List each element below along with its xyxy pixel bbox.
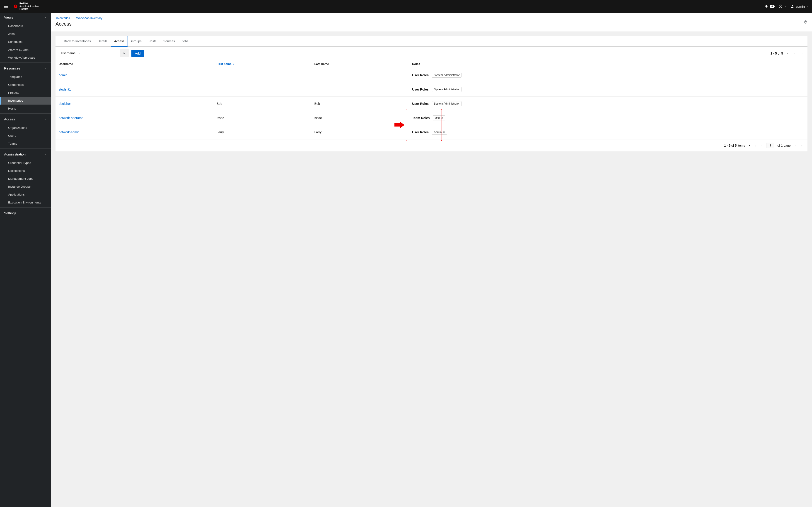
sidebar: Views DashboardJobsSchedulesActivity Str… bbox=[0, 13, 51, 507]
first-name-cell bbox=[213, 68, 311, 82]
tab-back-to-inventories[interactable]: Back to Inventories bbox=[58, 36, 94, 46]
username-link[interactable]: bbelcher bbox=[59, 102, 71, 106]
roles-cell: User RolesAdmin✕ bbox=[409, 125, 807, 139]
first-name-cell: Bob bbox=[213, 97, 311, 111]
sidebar-item-execution-environments[interactable]: Execution Environments bbox=[0, 199, 51, 207]
role-chip: Admin✕ bbox=[432, 130, 447, 135]
notifications-button[interactable]: 0 bbox=[765, 5, 775, 8]
username-link[interactable]: network-admin bbox=[59, 130, 80, 134]
username-link[interactable]: network-operator bbox=[59, 116, 83, 120]
breadcrumb-workshop-inventory[interactable]: Workshop Inventory bbox=[77, 16, 102, 20]
access-table: Username↕ First name↑ Last name↕ Roles a… bbox=[55, 60, 807, 139]
caret-left-icon bbox=[61, 40, 63, 42]
username-link[interactable]: admin bbox=[59, 73, 67, 77]
chevron-down-icon bbox=[45, 67, 47, 69]
pager-prev[interactable]: ‹ bbox=[760, 143, 763, 148]
sidebar-item-management-jobs[interactable]: Management Jobs bbox=[0, 175, 51, 183]
last-name-cell: Issac bbox=[311, 111, 409, 125]
history-icon[interactable] bbox=[803, 20, 807, 24]
toolbar-pagination: 1 - 5 of 5 bbox=[770, 51, 804, 56]
first-name-cell bbox=[213, 82, 311, 97]
sidebar-item-notifications[interactable]: Notifications bbox=[0, 167, 51, 175]
tab-jobs[interactable]: Jobs bbox=[178, 36, 192, 46]
role-chip: System Administrator bbox=[432, 101, 461, 106]
roles-cell: Team RolesUse✕ bbox=[409, 111, 807, 125]
remove-role-button[interactable]: ✕ bbox=[441, 117, 443, 119]
topbar: Red Hat Ansible Automation Platform 0 ? … bbox=[0, 0, 812, 13]
access-card: Back to Inventories DetailsAccessGroupsH… bbox=[55, 36, 807, 152]
table-row: network-adminLarryLarryUser RolesAdmin✕ bbox=[55, 125, 807, 139]
tab-sources[interactable]: Sources bbox=[160, 36, 178, 46]
pager-next[interactable] bbox=[800, 51, 804, 56]
nav-section-access[interactable]: Access bbox=[0, 115, 51, 124]
bell-icon bbox=[765, 5, 768, 8]
tab-access[interactable]: Access bbox=[111, 36, 128, 47]
pagination-range: 1 - 5 of 5 bbox=[770, 52, 783, 55]
table-row: adminUser RolesSystem Administrator bbox=[55, 68, 807, 82]
pager-first[interactable]: « bbox=[754, 143, 757, 148]
sidebar-item-hosts[interactable]: Hosts bbox=[0, 105, 51, 112]
help-menu[interactable]: ? bbox=[779, 5, 786, 8]
nav-section-resources[interactable]: Resources bbox=[0, 64, 51, 73]
pager-last[interactable]: » bbox=[800, 143, 803, 148]
notification-count-badge: 0 bbox=[770, 5, 775, 8]
breadcrumb: Inventories Workshop Inventory bbox=[55, 16, 807, 20]
caret-down-icon bbox=[806, 5, 808, 7]
sidebar-item-instance-groups[interactable]: Instance Groups bbox=[0, 183, 51, 190]
breadcrumb-inventories[interactable]: Inventories bbox=[55, 16, 70, 20]
page-title: Access bbox=[55, 21, 807, 27]
sidebar-item-inventories[interactable]: Inventories bbox=[0, 97, 51, 105]
page-number-input[interactable] bbox=[766, 143, 774, 148]
chevron-down-icon bbox=[45, 16, 47, 18]
role-chip: System Administrator bbox=[432, 87, 461, 92]
sidebar-item-dashboard[interactable]: Dashboard bbox=[0, 22, 51, 30]
role-group-label: User Roles bbox=[412, 73, 429, 77]
sidebar-item-teams[interactable]: Teams bbox=[0, 139, 51, 148]
sidebar-item-jobs[interactable]: Jobs bbox=[0, 30, 51, 38]
caret-down-icon[interactable] bbox=[748, 145, 751, 147]
sidebar-item-organizations[interactable]: Organizations bbox=[0, 124, 51, 132]
nav-section-administration[interactable]: Administration bbox=[0, 150, 51, 159]
sidebar-item-credential-types[interactable]: Credential Types bbox=[0, 159, 51, 167]
sidebar-item-templates[interactable]: Templates bbox=[0, 73, 51, 81]
main-content: Inventories Workshop Inventory Access Ba… bbox=[51, 13, 812, 507]
last-name-cell bbox=[311, 68, 409, 82]
chevron-down-icon bbox=[45, 118, 47, 120]
add-button[interactable]: Add bbox=[132, 50, 144, 57]
remove-role-button[interactable]: ✕ bbox=[443, 131, 445, 134]
sidebar-item-schedules[interactable]: Schedules bbox=[0, 38, 51, 46]
caret-down-icon[interactable] bbox=[786, 52, 789, 55]
bottom-range: 1 - 5 of 5 items bbox=[724, 144, 745, 147]
roles-cell: User RolesSystem Administrator bbox=[409, 82, 807, 97]
roles-cell: User RolesSystem Administrator bbox=[409, 68, 807, 82]
sidebar-item-workflow-approvals[interactable]: Workflow Approvals bbox=[0, 54, 51, 62]
svg-text:?: ? bbox=[780, 5, 781, 7]
col-last-name[interactable]: Last name↕ bbox=[311, 60, 409, 68]
sidebar-item-activity-stream[interactable]: Activity Stream bbox=[0, 46, 51, 54]
hamburger-menu-button[interactable] bbox=[4, 4, 9, 9]
sidebar-item-projects[interactable]: Projects bbox=[0, 89, 51, 97]
sidebar-item-users[interactable]: Users bbox=[0, 132, 51, 139]
tab-groups[interactable]: Groups bbox=[128, 36, 145, 46]
col-first-name[interactable]: First name↑ bbox=[213, 60, 311, 68]
username-link[interactable]: student1 bbox=[59, 88, 71, 91]
sidebar-item-credentials[interactable]: Credentials bbox=[0, 81, 51, 89]
filter-field-select[interactable]: Username bbox=[59, 50, 87, 57]
bottom-pagination: 1 - 5 of 5 items « ‹ of 1 page › » bbox=[55, 139, 807, 152]
nav-section-views[interactable]: Views bbox=[0, 13, 51, 22]
search-button[interactable] bbox=[120, 49, 129, 57]
user-menu[interactable]: admin bbox=[791, 5, 808, 8]
role-group-label: Team Roles bbox=[412, 116, 430, 120]
table-row: network-operatorIssacIssacTeam RolesUse✕ bbox=[55, 111, 807, 125]
pager-prev[interactable] bbox=[793, 51, 797, 56]
search-input[interactable] bbox=[87, 50, 120, 57]
role-group-label: User Roles bbox=[412, 88, 429, 91]
tab-hosts[interactable]: Hosts bbox=[145, 36, 160, 46]
user-icon bbox=[791, 5, 794, 8]
sidebar-item-applications[interactable]: Applications bbox=[0, 190, 51, 199]
pager-next[interactable]: › bbox=[794, 143, 797, 148]
nav-section-settings[interactable]: Settings bbox=[0, 209, 51, 218]
col-username[interactable]: Username↕ bbox=[55, 60, 213, 68]
tab-details[interactable]: Details bbox=[94, 36, 111, 46]
brand-text: Red Hat Ansible Automation Platform bbox=[19, 2, 39, 10]
